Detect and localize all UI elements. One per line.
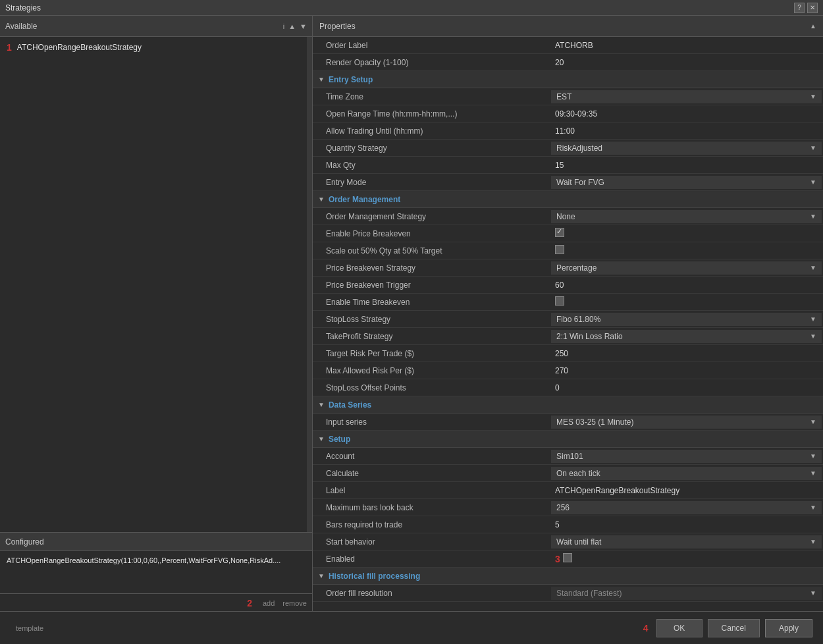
chevron-down-icon: ▼ [810,144,816,151]
prop-value [550,225,823,242]
badge-2: 2 [247,598,252,608]
prop-dropdown[interactable]: 256▼ [551,501,822,514]
section-header-entry-setup[interactable]: ▼Entry Setup [313,71,823,88]
scrollbar[interactable] [307,37,312,532]
prop-label: StopLoss Offset Points [313,381,550,395]
right-panel: Properties ▲ Order LabelATCHORBRender Op… [313,16,823,611]
dropdown-value: None [556,212,575,221]
configured-item[interactable]: ATCHOpenRangeBreakoutStrategy(11:00,0,60… [3,554,309,567]
prop-dropdown[interactable]: Percentage▼ [551,261,822,275]
add-link[interactable]: add [263,599,275,607]
prop-label: Max Allowed Risk Per ($) [313,363,550,378]
prop-label: Account [313,449,550,464]
section-label: Historical fill processing [329,572,420,581]
prop-label: Order Management Strategy [313,209,550,224]
prop-row: Entry ModeWait For FVG▼ [313,174,823,191]
configured-label: Configured [5,537,44,547]
chevron-down-icon: ▼ [810,538,816,545]
scroll-up-icon[interactable]: ▲ [288,22,296,30]
prop-row: Max Qty15 [313,157,823,174]
prop-row: Allow Trading Until (hh:mm)11:00 [313,122,823,140]
prop-dropdown[interactable]: 2:1 Win Loss Ratio▼ [551,330,822,343]
prop-row: Quantity StrategyRiskAdjusted▼ [313,140,823,157]
help-button[interactable]: ? [794,3,805,13]
properties-collapse-icon[interactable]: ▲ [810,22,816,30]
prop-value [550,294,823,310]
cancel-button[interactable]: Cancel [708,619,760,637]
section-header-data-series[interactable]: ▼Data Series [313,396,823,414]
prop-row: Max Allowed Risk Per ($)270 [313,362,823,379]
prop-row: Price Breakeven StrategyPercentage▼ [313,259,823,277]
dropdown-value: On each tick [556,469,600,478]
prop-label: Enabled [313,552,550,566]
checkbox[interactable] [555,296,564,306]
prop-dropdown[interactable]: EST▼ [551,90,822,103]
dropdown-value: EST [556,92,571,101]
prop-dropdown[interactable]: Wait until flat▼ [551,535,822,549]
section-label: Setup [329,435,350,444]
title-bar: Strategies ? ✕ [0,0,823,16]
prop-row: Bars required to trade5 [313,516,823,533]
prop-label: Calculate [313,466,550,481]
prop-label: Input series [313,415,550,429]
configured-footer: 2 add remove [0,593,312,612]
prop-dropdown: Standard (Fastest)▼ [551,587,822,600]
available-header: Available i ▲ ▼ [0,16,312,37]
section-header-setup[interactable]: ▼Setup [313,431,823,448]
section-label: Data Series [329,400,371,410]
prop-dropdown[interactable]: Sim101▼ [551,450,822,463]
prop-dropdown[interactable]: Fibo 61.80%▼ [551,313,822,326]
dropdown-value: 2:1 Win Loss Ratio [556,332,623,341]
left-panel: Available i ▲ ▼ 1 ATCHOpenRangeBreakoutS… [0,16,313,611]
prop-row: Render Opacity (1-100)20 [313,54,823,71]
apply-button[interactable]: Apply [765,619,812,637]
prop-row: Order Management StrategyNone▼ [313,208,823,225]
prop-dropdown[interactable]: MES 03-25 (1 Minute)▼ [551,416,822,429]
prop-label: Target Risk Per Trade ($) [313,346,550,361]
ok-button[interactable]: OK [656,619,703,637]
strategy-badge: 1 [7,42,12,53]
prop-value: 09:30-09:35 [550,107,823,121]
properties-header: Properties ▲ [313,16,823,37]
prop-dropdown[interactable]: On each tick▼ [551,467,822,480]
prop-dropdown[interactable]: None▼ [551,210,822,223]
available-list: 1 ATCHOpenRangeBreakoutStrategy [0,37,312,532]
checkbox[interactable] [563,553,572,562]
properties-scroll[interactable]: Order LabelATCHORBRender Opacity (1-100)… [313,37,823,611]
prop-label: Price Breakeven Strategy [313,261,550,275]
section-header-order-management[interactable]: ▼Order Management [313,191,823,208]
prop-row: TakeProfit Strategy2:1 Win Loss Ratio▼ [313,328,823,345]
prop-value: 20 [550,55,823,70]
section-chevron: ▼ [318,401,325,408]
configured-header: Configured [0,533,312,551]
prop-row: Start behaviorWait until flat▼ [313,533,823,550]
checkbox[interactable] [555,228,564,237]
dropdown-value: Percentage [556,263,597,273]
remove-link[interactable]: remove [282,599,307,607]
dropdown-value: Wait For FVG [556,178,604,187]
prop-value: 270 [550,363,823,378]
prop-dropdown[interactable]: Wait For FVG▼ [551,176,822,189]
prop-dropdown[interactable]: RiskAdjusted▼ [551,142,822,155]
close-button[interactable]: ✕ [807,3,818,13]
prop-row: Target Risk Per Trade ($)250 [313,345,823,362]
section-chevron: ▼ [318,76,325,83]
chevron-down-icon: ▼ [810,470,816,477]
prop-row: Maximum bars look back256▼ [313,499,823,516]
prop-label: TakeProfit Strategy [313,329,550,344]
section-header-historical-fill-processing[interactable]: ▼Historical fill processing [313,568,823,585]
prop-label: Enable Price Breakeven [313,227,550,241]
strategy-item[interactable]: 1 ATCHOpenRangeBreakoutStrategy [3,40,309,55]
info-icon[interactable]: i [283,22,284,30]
dropdown-value: MES 03-25 (1 Minute) [556,417,633,427]
prop-value: 15 [550,158,823,173]
prop-value: 0 [550,381,823,395]
prop-label: Price Breakeven Trigger [313,278,550,292]
checkbox[interactable] [555,245,564,254]
scroll-down-icon[interactable]: ▼ [300,22,307,30]
chevron-down-icon: ▼ [810,589,816,597]
prop-value: 3 [550,550,823,567]
prop-label: Start behavior [313,535,550,549]
prop-row: Order fill resolutionStandard (Fastest)▼ [313,585,823,602]
bottom-bar: template 4 OK Cancel Apply [0,611,823,644]
